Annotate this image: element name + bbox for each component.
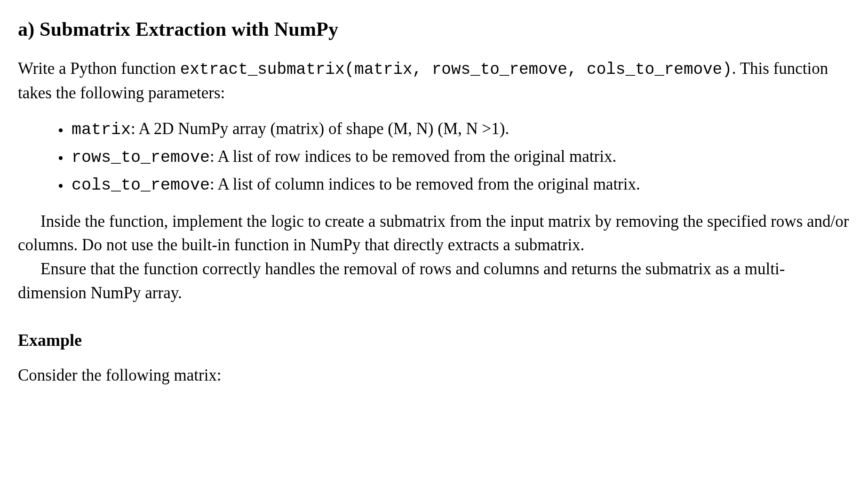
param-name: matrix	[72, 120, 131, 139]
body-paragraph-1: Inside the function, implement the logic…	[18, 210, 850, 258]
list-item: matrix: A 2D NumPy array (matrix) of sha…	[70, 117, 850, 142]
param-name: rows_to_remove	[72, 148, 210, 167]
param-desc: : A list of row indices to be removed fr…	[210, 147, 616, 166]
example-heading: Example	[18, 328, 850, 352]
function-signature: extract_submatrix(matrix, rows_to_remove…	[180, 60, 732, 79]
section-heading: a) Submatrix Extraction with NumPy	[18, 15, 850, 44]
document-page: a) Submatrix Extraction with NumPy Write…	[0, 0, 868, 494]
example-lead: Consider the following matrix:	[18, 364, 850, 388]
param-name: cols_to_remove	[72, 176, 210, 195]
intro-text-pre: Write a Python function	[18, 59, 180, 78]
param-desc: : A list of column indices to be removed…	[210, 175, 640, 193]
intro-paragraph: Write a Python function extract_submatri…	[18, 57, 850, 105]
parameter-list: matrix: A 2D NumPy array (matrix) of sha…	[18, 117, 850, 197]
body-paragraph-2: Ensure that the function correctly handl…	[18, 257, 850, 305]
list-item: cols_to_remove: A list of column indices…	[70, 173, 850, 198]
param-desc: : A 2D NumPy array (matrix) of shape (M,…	[131, 120, 509, 138]
list-item: rows_to_remove: A list of row indices to…	[70, 145, 850, 170]
